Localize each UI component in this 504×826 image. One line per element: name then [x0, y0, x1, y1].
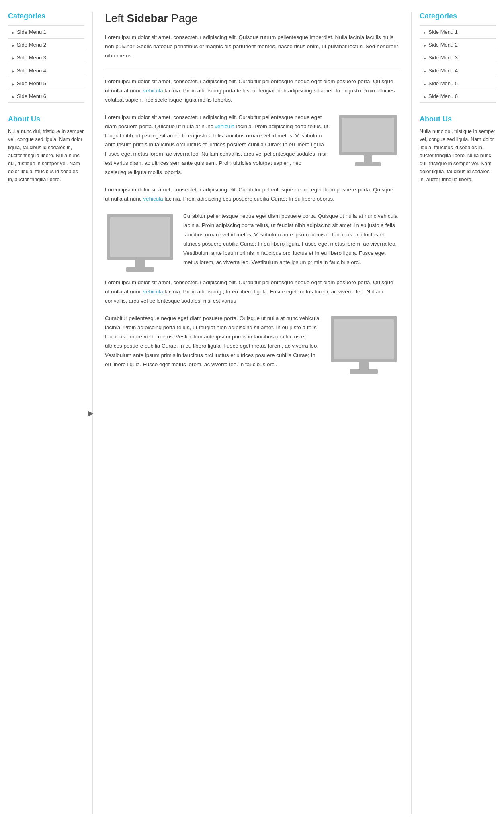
left-sidebar-item-4[interactable]: Side Menu 4: [8, 64, 84, 77]
right-about-us-text: Nulla nunc dui, tristique in semper vel,…: [420, 127, 496, 184]
right-sidebar-item-5[interactable]: Side Menu 5: [420, 77, 496, 90]
content-block-5: Curabitur pellentesque neque eget diam p…: [105, 212, 399, 278]
content-para-2: Lorem ipsum dolor sit amet, consectetur …: [105, 77, 399, 105]
sidebar-toggle-icon[interactable]: ▶: [88, 409, 94, 418]
svg-rect-1: [342, 118, 394, 152]
content-para-4: Lorem ipsum dolor sit amet, consectetur …: [105, 185, 399, 204]
svg-rect-9: [334, 319, 394, 359]
title-plain: Left: [105, 12, 127, 25]
svg-rect-5: [110, 217, 170, 257]
monitor-svg-3: [329, 314, 399, 376]
left-about-us-title: About Us: [8, 115, 84, 123]
content-para-1: Lorem ipsum dolor sit amet, consectetur …: [105, 33, 399, 61]
left-sidebar-item-1[interactable]: Side Menu 1: [8, 25, 84, 39]
left-sidebar-item-3[interactable]: Side Menu 3: [8, 51, 84, 64]
main-title: Left Sidebar Page: [105, 12, 399, 25]
para6-link[interactable]: vehicula: [143, 289, 163, 295]
para3-text-after: lacinia. Proin adipiscing porta tellus, …: [105, 123, 328, 176]
right-sidebar-item-3[interactable]: Side Menu 3: [420, 51, 496, 64]
svg-rect-7: [126, 267, 154, 272]
svg-rect-6: [135, 260, 145, 267]
right-sidebar-item-4[interactable]: Side Menu 4: [420, 64, 496, 77]
monitor-svg-1: [337, 113, 399, 171]
content-para-6: Lorem ipsum dolor sit amet, consectetur …: [105, 278, 399, 306]
svg-rect-10: [359, 362, 369, 369]
main-content: ▶ Left Sidebar Page Lorem ipsum dolor si…: [92, 12, 412, 814]
left-sidebar-item-5[interactable]: Side Menu 5: [8, 77, 84, 90]
title-suffix: Page: [168, 12, 197, 25]
monitor-image-3: [329, 314, 399, 376]
left-sidebar: Categories Side Menu 1 Side Menu 2 Side …: [8, 12, 92, 814]
left-sidebar-item-2[interactable]: Side Menu 2: [8, 39, 84, 51]
svg-rect-11: [350, 369, 378, 374]
svg-rect-2: [364, 155, 372, 162]
content-block-7: Curabitur pellentesque neque eget diam p…: [105, 314, 399, 380]
svg-rect-3: [355, 162, 381, 166]
monitor-svg-2: [105, 212, 175, 274]
right-about-us-title: About Us: [420, 115, 496, 123]
right-sidebar-item-2[interactable]: Side Menu 2: [420, 39, 496, 51]
monitor-image-2: [105, 212, 175, 274]
right-sidebar-item-6[interactable]: Side Menu 6: [420, 90, 496, 103]
monitor-image-1: [337, 113, 399, 171]
right-sidebar-menu: Side Menu 1 Side Menu 2 Side Menu 3 Side…: [420, 25, 496, 103]
title-bold: Sidebar: [127, 12, 168, 25]
content-block-3: Lorem ipsum dolor sit amet, consectetur …: [105, 113, 399, 186]
para3-link[interactable]: vehicula: [215, 123, 235, 129]
right-sidebar-item-1[interactable]: Side Menu 1: [420, 25, 496, 39]
right-sidebar: Categories Side Menu 1 Side Menu 2 Side …: [412, 12, 496, 814]
para2-link[interactable]: vehicula: [143, 88, 163, 94]
left-categories-title: Categories: [8, 12, 84, 20]
content-divider-1: [105, 69, 399, 69]
left-sidebar-item-6[interactable]: Side Menu 6: [8, 90, 84, 103]
para4-link[interactable]: vehicula: [143, 196, 163, 202]
page-wrapper: Categories Side Menu 1 Side Menu 2 Side …: [0, 0, 504, 826]
para4-text-after: lacinia. Proin adipiscing ces posuere cu…: [163, 196, 334, 202]
left-sidebar-menu: Side Menu 1 Side Menu 2 Side Menu 3 Side…: [8, 25, 84, 103]
left-about-us-text: Nulla nunc dui, tristique in semper vel,…: [8, 127, 84, 184]
right-categories-title: Categories: [420, 12, 496, 20]
